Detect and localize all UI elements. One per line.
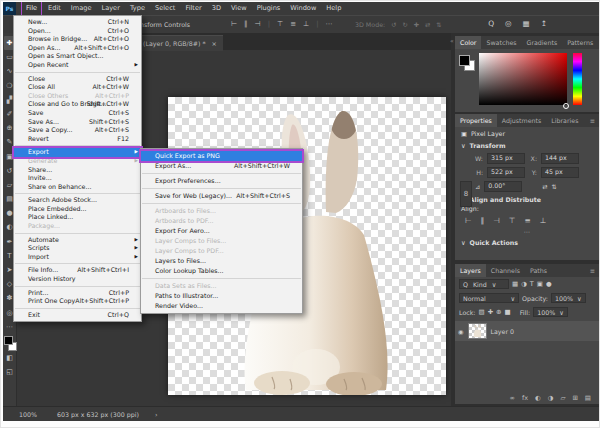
menu-image[interactable]: Image xyxy=(66,2,97,15)
submenu-item-color-lookup-tables[interactable]: Color Lookup Tables... xyxy=(141,266,302,276)
align-right-icon[interactable]: ⊣ xyxy=(493,216,500,225)
menu-item-import[interactable]: Import▶ xyxy=(14,253,141,262)
search-icon[interactable]: Q xyxy=(488,19,494,28)
flip-horizontal-icon[interactable]: ⇄ xyxy=(542,183,547,190)
new-group-icon[interactable]: ▱ xyxy=(560,394,565,402)
close-icon[interactable]: × xyxy=(212,40,217,47)
menu-item-print-one-copy[interactable]: Print One CopyAlt+Shift+Ctrl+P xyxy=(14,297,141,306)
tab-libraries[interactable]: Libraries xyxy=(546,114,583,127)
link-layers-icon[interactable]: ∞ xyxy=(509,394,514,402)
blend-mode-dropdown[interactable]: Normal ∨ xyxy=(459,293,519,303)
menu-select[interactable]: Select xyxy=(150,2,180,15)
foreground-color-swatch[interactable] xyxy=(459,55,470,66)
tab-channels[interactable]: Channels xyxy=(486,264,525,277)
layer-thumbnail[interactable] xyxy=(468,323,487,339)
document-tab[interactable]: (Layer 0, RGB/8#) * × xyxy=(137,35,223,51)
lock-transparent-icon[interactable]: ▨ xyxy=(478,308,484,316)
align-bottom-icon[interactable]: ⊥ xyxy=(540,216,547,225)
panel-menu-icon[interactable]: ≡ xyxy=(586,264,599,277)
tab-swatches[interactable]: Swatches xyxy=(481,36,521,49)
submenu-item-export-as[interactable]: Export As...Alt+Shift+Ctrl+W xyxy=(141,161,302,171)
chevron-down-icon[interactable]: ∨ xyxy=(461,239,466,246)
angle-field[interactable]: 0.00° xyxy=(484,181,522,192)
menu-window[interactable]: Window xyxy=(285,2,321,15)
menu-item-version-history[interactable]: Version History xyxy=(14,275,141,284)
menu-item-save-a-copy[interactable]: Save a Copy...Alt+Ctrl+S xyxy=(14,126,141,135)
zoom-level[interactable]: 100% xyxy=(19,411,37,418)
quick-mask-icon[interactable]: ◧ xyxy=(4,351,16,365)
lock-position-icon[interactable]: ⊕ xyxy=(496,308,501,316)
menu-item-open-as[interactable]: Open As...Alt+Shift+Ctrl+O xyxy=(14,44,141,53)
menu-layer[interactable]: Layer xyxy=(96,2,124,15)
submenu-item-render-video[interactable]: Render Video... xyxy=(141,301,302,311)
opacity-dropdown[interactable]: 100% ∨ xyxy=(551,293,586,303)
submenu-item-quick-export-as-png[interactable]: Quick Export as PNG xyxy=(141,151,302,161)
align-left-icon[interactable]: ⊢ xyxy=(465,216,472,225)
menu-item-browse-in-bridge[interactable]: Browse in Bridge...Alt+Ctrl+O xyxy=(14,35,141,44)
filter-pixel-icon[interactable]: ▦ xyxy=(512,280,518,288)
submenu-item-export-for-aero[interactable]: Export For Aero... xyxy=(141,226,302,236)
menu-item-invite[interactable]: Invite... xyxy=(14,174,141,183)
menu-item-close-all[interactable]: Close AllAlt+Ctrl+W xyxy=(14,83,141,92)
menu-filter[interactable]: Filter xyxy=(180,2,206,15)
more-properties-icon[interactable]: ⋯ xyxy=(455,227,599,236)
menu-item-new[interactable]: New...Ctrl+N xyxy=(14,18,141,27)
filter-adjustment-icon[interactable]: ◑ xyxy=(521,280,527,288)
menu-item-save[interactable]: SaveCtrl+S xyxy=(14,109,141,118)
submenu-item-save-for-web-legacy[interactable]: Save for Web (Legacy)...Alt+Shift+Ctrl+S xyxy=(141,191,302,201)
add-mask-icon[interactable]: ◐ xyxy=(535,394,541,402)
new-layer-icon[interactable]: ⊞ xyxy=(572,394,577,402)
color-picker-handle[interactable] xyxy=(563,103,569,109)
menu-item-automate[interactable]: Automate▶ xyxy=(14,236,141,245)
menu-item-open-recent[interactable]: Open Recent▶ xyxy=(14,61,141,70)
align-center-v-icon[interactable]: ≡ xyxy=(290,20,296,28)
color-swatches[interactable] xyxy=(4,336,16,351)
menu-3d[interactable]: 3D xyxy=(207,2,226,15)
filter-kind-dropdown[interactable]: Q Kind ∨ xyxy=(459,279,509,289)
menu-view[interactable]: View xyxy=(226,2,252,15)
delete-layer-icon[interactable]: ▤ xyxy=(585,394,591,402)
align-top-icon[interactable]: ⊤ xyxy=(277,20,283,28)
align-right-icon[interactable]: ⊣ xyxy=(255,20,261,28)
menu-item-scripts[interactable]: Scripts▶ xyxy=(14,244,141,253)
tab-color[interactable]: Color xyxy=(455,36,481,49)
menu-plugins[interactable]: Plugins xyxy=(252,2,286,15)
menu-type[interactable]: Type xyxy=(125,2,150,15)
flip-vertical-icon[interactable]: ⇅ xyxy=(552,183,557,190)
screen-mode-icon[interactable]: ◱ xyxy=(4,365,16,379)
align-center-v-icon[interactable]: ≡ xyxy=(524,216,530,225)
adjustment-layer-icon[interactable]: ◑ xyxy=(548,394,554,402)
x-field[interactable]: 144 px xyxy=(541,153,579,164)
menu-item-save-as[interactable]: Save As...Shift+Ctrl+S xyxy=(14,118,141,127)
align-center-h-icon[interactable]: ∥ xyxy=(244,20,248,28)
align-bottom-icon[interactable]: ⊥ xyxy=(303,20,309,28)
menu-item-share-on-behance[interactable]: Share on Behance... xyxy=(14,183,141,192)
menu-item-open-as-smart-object[interactable]: Open as Smart Object... xyxy=(14,52,141,61)
menu-item-file-info[interactable]: File Info...Alt+Shift+Ctrl+I xyxy=(14,266,141,275)
menu-item-export[interactable]: Export▶ xyxy=(14,148,141,157)
more-options-icon[interactable]: ⋯ xyxy=(326,20,333,28)
collapse-panels-icon[interactable]: « xyxy=(450,37,454,44)
height-field[interactable]: 522 px xyxy=(487,167,525,178)
chevron-down-icon[interactable]: ∨ xyxy=(461,142,466,149)
menu-item-place-embedded[interactable]: Place Embedded... xyxy=(14,205,141,214)
width-field[interactable]: 315 px xyxy=(487,153,525,164)
filter-shape-icon[interactable]: ▣ xyxy=(537,280,543,288)
menu-item-search-adobe-stock[interactable]: Search Adobe Stock... xyxy=(14,196,141,205)
menu-edit[interactable]: Edit xyxy=(43,2,66,15)
menu-item-exit[interactable]: ExitCtrl+Q xyxy=(14,311,141,320)
zoom-search-icon[interactable]: ◎ xyxy=(505,19,512,28)
filter-type-icon[interactable]: T xyxy=(530,280,534,288)
link-dimensions-icon[interactable]: 8 xyxy=(460,181,472,207)
lock-pixels-icon[interactable]: ✚ xyxy=(488,308,493,316)
tab-properties[interactable]: Properties xyxy=(455,114,497,127)
lock-all-icon[interactable]: ■ xyxy=(505,308,511,316)
submenu-item-export-preferences[interactable]: Export Preferences... xyxy=(141,176,302,186)
menu-item-print[interactable]: Print...Ctrl+P xyxy=(14,289,141,298)
align-left-icon[interactable]: ⊢ xyxy=(231,20,237,28)
layer-effects-icon[interactable]: fx xyxy=(522,394,528,402)
saturation-picker[interactable] xyxy=(479,53,567,105)
menu-item-place-linked[interactable]: Place Linked... xyxy=(14,213,141,222)
filter-smart-object-icon[interactable]: ● xyxy=(546,280,552,288)
submenu-item-paths-to-illustrator[interactable]: Paths to Illustrator... xyxy=(141,291,302,301)
